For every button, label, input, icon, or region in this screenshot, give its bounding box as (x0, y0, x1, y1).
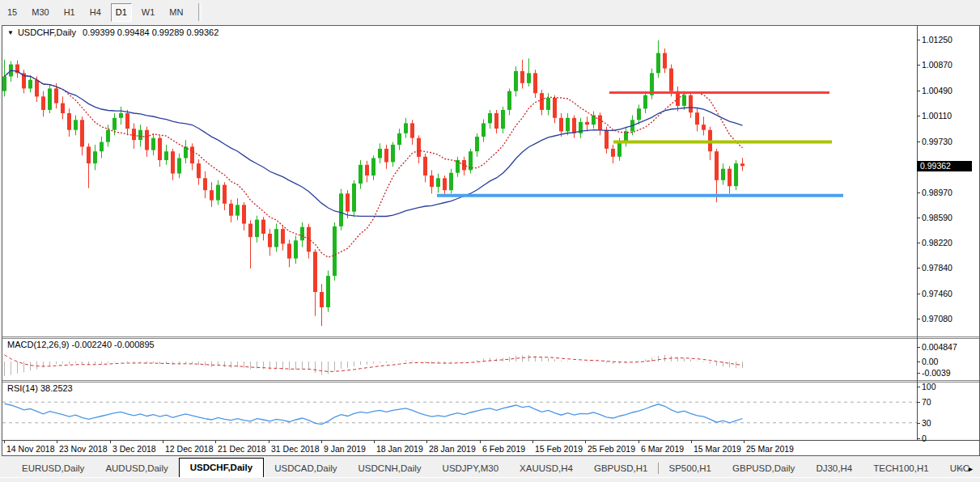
price-axis-label-tick (917, 243, 920, 243)
price-axis-label: 0.98220 (922, 238, 978, 247)
timeframe-button-m30[interactable]: M30 (27, 3, 53, 22)
rsi-axis-label-tick (917, 402, 920, 403)
date-tick (532, 441, 533, 443)
chart-symbol-header: ▼USDCHF,Daily0.99399 0.99484 0.99289 0.9… (7, 27, 218, 37)
macd-values: -0.002240 -0.000895 (71, 340, 154, 349)
status-bar (0, 477, 980, 482)
price-axis-label-tick (917, 91, 920, 91)
tab-scroll-right-icon[interactable]: ► (967, 465, 978, 473)
date-axis-label: 15 Mar 2019 (694, 444, 741, 454)
date-axis-label: 6 Mar 2019 (641, 444, 684, 454)
price-axis-label: 1.01250 (922, 35, 978, 44)
date-tick (426, 441, 427, 443)
chart-tab-eurusd[interactable]: EURUSD,Daily (11, 459, 95, 477)
macd-axis-label: 0.004847 (922, 342, 978, 352)
timeframe-button-w1[interactable]: W1 (137, 3, 160, 22)
date-axis-label: 14 Nov 2018 (6, 444, 55, 454)
price-axis-label: 1.00110 (922, 111, 978, 120)
date-tick (163, 441, 163, 443)
price-axis-label-tick (917, 294, 920, 294)
date-axis-label: 25 Feb 2019 (588, 444, 635, 454)
rsi-axis-label-tick (917, 423, 920, 424)
rsi-axis-label: 0 (922, 433, 978, 443)
chart-dropdown-icon[interactable]: ▼ (7, 29, 14, 36)
chart-tab-usdcnh[interactable]: USDCNH,Daily (348, 459, 432, 477)
date-tick (321, 441, 322, 443)
price-axis-label-tick (917, 218, 920, 218)
macd-axis-label: 0.00 (922, 357, 978, 366)
price-axis-label: 0.98970 (922, 188, 978, 197)
macd-axis-label-tick (917, 362, 920, 362)
rsi-value: 38.2523 (40, 383, 73, 393)
price-axis-label: 0.98590 (922, 213, 978, 222)
rsi-title: RSI(14) (7, 383, 38, 393)
rsi-header: RSI(14) 38.2523 (7, 383, 73, 393)
macd-axis-label-tick (917, 373, 920, 374)
date-tick (638, 441, 639, 443)
chart-tab-sp500[interactable]: SP500,H1 (659, 459, 722, 477)
rsi-axis-label-tick (917, 438, 920, 439)
price-axis-label-tick (917, 192, 920, 193)
timeframe-toolbar: 15M30H1H4D1W1MN (0, 0, 980, 24)
time-axis[interactable]: 14 Nov 201823 Nov 20183 Dec 201812 Dec 2… (2, 440, 979, 455)
date-tick (744, 441, 745, 443)
date-axis-label: 23 Nov 2018 (59, 444, 108, 454)
chart-tab-usdcad[interactable]: USDCAD,Daily (264, 459, 347, 477)
date-tick (480, 441, 481, 443)
chart-tab-xauusd[interactable]: XAUUSD,H4 (509, 459, 583, 477)
current-price-tag: 0.99362 (917, 161, 972, 171)
chart-tab-bar: EURUSD,DailyAUDUSD,DailyUSDCHF,DailyUSDC… (0, 457, 980, 477)
date-axis-label: 15 Feb 2019 (535, 444, 583, 454)
chart-tab-usdchf[interactable]: USDCHF,Daily (179, 458, 264, 477)
timeframe-button-h4[interactable]: H4 (85, 3, 106, 22)
price-axis-label-tick (917, 142, 920, 142)
macd-header: MACD(12,26,9) -0.002240 -0.000895 (7, 340, 155, 349)
macd-title: MACD(12,26,9) (7, 340, 69, 349)
timeframe-button-mn[interactable]: MN (164, 3, 188, 22)
price-axis-label-tick (917, 65, 920, 66)
date-axis-label: 28 Jan 2019 (429, 444, 476, 454)
date-tick (269, 441, 269, 443)
chart-tab-usdjpy[interactable]: USDJPY,M30 (432, 459, 509, 477)
price-axis-label: 1.00490 (922, 86, 978, 95)
price-axis-label-tick (917, 116, 920, 116)
price-axis-label: 0.99730 (922, 137, 978, 146)
rsi-canvas[interactable] (2, 383, 917, 439)
rsi-axis-label-tick (917, 387, 920, 387)
date-axis-label: 18 Jan 2019 (376, 444, 423, 454)
rsi-axis-label: 30 (922, 418, 978, 428)
date-tick (585, 441, 586, 443)
timeframe-button-15[interactable]: 15 (2, 3, 22, 22)
price-axis-label-tick (917, 319, 920, 319)
chart-tab-gbpusd[interactable]: GBPUSD,H1 (583, 459, 658, 477)
macd-axis-label-tick (917, 347, 920, 348)
tab-scroll-left-icon[interactable]: ◄ (957, 465, 967, 473)
date-tick (4, 441, 5, 443)
ohlc-values: 0.99399 0.99484 0.99289 0.99362 (83, 27, 218, 37)
chart-tab-gbpusd[interactable]: GBPUSD,Daily (722, 459, 805, 477)
price-axis-label: 0.97080 (922, 314, 978, 323)
chart-tab-tech100[interactable]: TECH100,H1 (863, 459, 939, 477)
mt4-terminal: 15M30H1H4D1W1MN ▼USDCHF,Daily0.99399 0.9… (0, 0, 980, 482)
date-tick (215, 441, 216, 443)
symbol-label: USDCHF,Daily (18, 27, 76, 37)
chart-tab-dj30[interactable]: DJ30,H4 (805, 459, 863, 477)
date-axis-label: 21 Dec 2018 (218, 444, 266, 454)
chart-tab-audusd[interactable]: AUDUSD,Daily (95, 459, 178, 477)
chart-window: ▼USDCHF,Daily0.99399 0.99484 0.99289 0.9… (2, 25, 980, 456)
macd-axis-label: -0.0039 (922, 368, 978, 378)
date-axis-label: 31 Dec 2018 (271, 444, 320, 454)
date-axis-label: 25 Mar 2019 (746, 444, 794, 454)
timeframe-button-d1[interactable]: D1 (111, 3, 132, 22)
date-tick (110, 441, 111, 443)
price-chart-canvas[interactable] (2, 26, 917, 336)
price-axis-label-tick (917, 268, 920, 268)
tab-scroll-arrows: ◄► (957, 465, 978, 473)
price-axis-line (917, 26, 918, 440)
date-axis-label: 3 Dec 2018 (112, 444, 156, 454)
date-axis-label: 12 Dec 2018 (165, 444, 214, 454)
date-axis-label: 9 Jan 2019 (324, 444, 366, 454)
timeframe-button-h1[interactable]: H1 (59, 3, 80, 22)
date-axis-label: 6 Feb 2019 (482, 444, 525, 454)
price-axis-label: 0.97460 (922, 289, 978, 298)
